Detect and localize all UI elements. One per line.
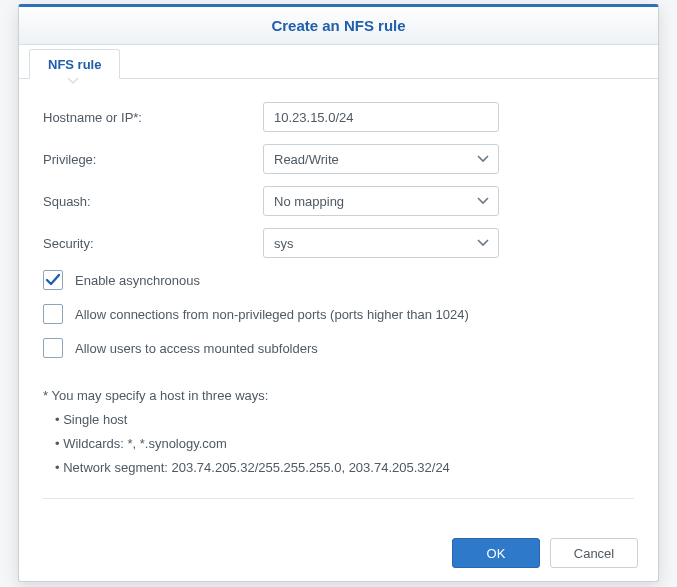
row-security: Security: sys [43, 228, 634, 258]
help-intro: * You may specify a host in three ways: [43, 384, 634, 408]
security-select[interactable]: sys [263, 228, 499, 258]
enable-async-label[interactable]: Enable asynchronous [75, 273, 200, 288]
squash-label: Squash: [43, 194, 263, 209]
row-enable-async: Enable asynchronous [43, 270, 634, 290]
row-nonpriv-ports: Allow connections from non-privileged po… [43, 304, 634, 324]
nonpriv-ports-label[interactable]: Allow connections from non-privileged po… [75, 307, 469, 322]
privilege-select[interactable]: Read/Write [263, 144, 499, 174]
dialog-footer: OK Cancel [19, 525, 658, 581]
hostname-label: Hostname or IP*: [43, 110, 263, 125]
ok-button[interactable]: OK [452, 538, 540, 568]
row-hostname: Hostname or IP*: [43, 102, 634, 132]
cancel-button[interactable]: Cancel [550, 538, 638, 568]
squash-value: No mapping [274, 194, 344, 209]
privilege-label: Privilege: [43, 152, 263, 167]
row-privilege: Privilege: Read/Write [43, 144, 634, 174]
privilege-value: Read/Write [274, 152, 339, 167]
help-bullet-wildcards: • Wildcards: *, *.synology.com [43, 432, 634, 456]
nfs-rule-dialog: Create an NFS rule NFS rule Hostname or … [18, 4, 659, 582]
tab-label: NFS rule [48, 57, 101, 72]
divider [43, 498, 634, 499]
security-value: sys [274, 236, 294, 251]
row-squash: Squash: No mapping [43, 186, 634, 216]
cancel-button-label: Cancel [574, 546, 614, 561]
subfolders-checkbox[interactable] [43, 338, 63, 358]
security-label: Security: [43, 236, 263, 251]
tab-bar: NFS rule [19, 45, 658, 79]
nonpriv-ports-checkbox[interactable] [43, 304, 63, 324]
dialog-title: Create an NFS rule [271, 17, 405, 34]
tab-nfs-rule[interactable]: NFS rule [29, 49, 120, 79]
row-subfolders: Allow users to access mounted subfolders [43, 338, 634, 358]
help-bullet-network-segment: • Network segment: 203.74.205.32/255.255… [43, 456, 634, 480]
dialog-header: Create an NFS rule [19, 7, 658, 45]
subfolders-label[interactable]: Allow users to access mounted subfolders [75, 341, 318, 356]
hostname-input[interactable] [263, 102, 499, 132]
help-text: * You may specify a host in three ways: … [43, 384, 634, 480]
squash-select[interactable]: No mapping [263, 186, 499, 216]
form-area: Hostname or IP*: Privilege: Read/Write S… [19, 79, 658, 525]
ok-button-label: OK [487, 546, 506, 561]
enable-async-checkbox[interactable] [43, 270, 63, 290]
help-bullet-single-host: • Single host [43, 408, 634, 432]
